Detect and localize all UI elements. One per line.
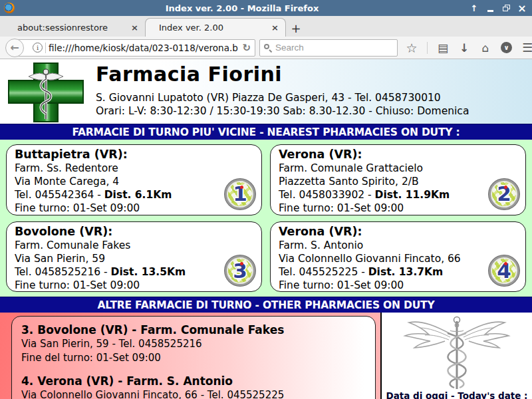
other-pharmacy-entry: 3. Bovolone (VR) - Farm. Comunale Fakes … [21,323,366,365]
other-address-tel: Via Colonnello Giovanni Fincato, 66 - Te… [21,388,366,399]
firefox-icon [4,3,15,13]
browser-window: Index ver. 2.00 - Mozilla Firefox ↑ × ab… [0,0,532,399]
card-tel-dist: Tel. 045542364 - Dist. 6.1Km [15,188,253,201]
card-tel: Tel. 045542364 - [15,189,104,201]
card-city: Verona (VR): [279,147,517,162]
restore-glyph [503,5,510,11]
card-tel-dist: Tel. 0458033902 - Dist. 11.9Km [279,188,517,201]
card-shift-end: Fine turno: 01-Set 09:00 [15,279,253,292]
minimize-bar [487,10,493,12]
pharmacy-card-3: Bovolone (VR): Farm. Comunale Fakes Via … [6,221,262,293]
new-tab-button[interactable]: + [286,19,306,37]
toolbar-separator [427,42,428,54]
tab-index[interactable]: Index ver. 2.00 × [145,18,286,37]
bookmarks-menu-icon[interactable]: ▤ [437,42,449,54]
url-separator [45,43,46,53]
pharmacy-cross-logo [4,62,88,124]
downloads-icon[interactable]: ↓ [458,42,470,54]
card-tel: Tel. 0458033902 - [279,189,375,201]
other-title: 4. Verona (VR) - Farm. S. Antonio [21,374,366,388]
card-shift-end: Fine turno: 01-Set 09:00 [279,279,517,292]
map-number-badge: 3 [225,255,255,286]
green-cross-icon [6,62,86,123]
tab-bar: about:sessionrestore × Index ver. 2.00 ×… [0,16,532,37]
pharmacy-address: S. Giovanni Lupatoto (VR) Piazza De Gasp… [96,91,528,104]
card-address: Via San Pierin, 59 [15,252,253,265]
card-city: Bovolone (VR): [15,224,253,239]
map-marker-dot [504,186,507,189]
pharmacy-hours: Orari: L-V: 8:30-12:30 / 15:30-19:30 Sab… [96,104,528,118]
home-icon[interactable]: ⌂ [479,42,491,54]
card-name: Farm. Comunale Grattacielo [279,162,517,175]
other-pharmacies-card: 3. Bovolone (VR) - Farm. Comunale Fakes … [11,316,376,399]
card-distance: Dist. 13.5Km [111,266,186,278]
shade-window-icon[interactable]: ↑ [469,3,479,13]
banner-nearest: FARMACIE DI TURNO PIU' VICINE - NEAREST … [0,124,532,140]
reload-icon[interactable]: ↻ [241,42,252,54]
card-tel: Tel. 0458525216 - [15,266,111,278]
card-address: Piazzetta Santo Spirito, 2/B [279,175,517,188]
map-marker-dot [504,262,507,265]
tab-session-restore[interactable]: about:sessionrestore × [4,18,145,37]
card-city: Buttapietra (VR): [15,147,253,162]
map-marker-dot [240,262,243,265]
toolbar-icons: ☆ ▤ ↓ ⌂ ∨ ☰ [406,42,532,54]
header-text: Farmacia Fiorini S. Giovanni Lupatoto (V… [88,62,528,124]
title-bar: Index ver. 2.00 - Mozilla Firefox ↑ × [0,0,532,16]
pocket-icon[interactable]: ∨ [501,42,512,53]
other-title: 3. Bovolone (VR) - Farm. Comunale Fakes [21,323,366,337]
hamburger-menu-icon[interactable]: ☰ [521,42,532,54]
pharmacy-card-2: Verona (VR): Farm. Comunale Grattacielo … [270,144,526,215]
nav-toolbar: ← i ↻ ☆ ▤ ↓ ⌂ ∨ ☰ [0,37,532,59]
window-controls: ↑ × [469,3,527,13]
bookmark-star-icon[interactable]: ☆ [406,42,418,54]
tab-label: Index ver. 2.00 [159,23,270,33]
tab-close-icon[interactable]: × [270,23,280,33]
bottom-section: 3. Bovolone (VR) - Farm. Comunale Fakes … [0,313,532,399]
search-bar[interactable] [259,39,398,57]
restore-window-icon[interactable] [501,3,511,13]
map-number-badge: 2 [489,179,519,209]
url-bar[interactable]: i ↻ [17,39,255,57]
card-name: Farm. Comunale Fakes [15,239,253,252]
map-number-badge: 4 [489,255,519,286]
pharmacy-title: Farmacia Fiorini [96,63,528,86]
card-city: Verona (VR): [279,224,517,239]
card-shift-end: Fine turno: 01-Set 09:00 [279,201,517,215]
card-address: Via Colonnello Giovanni Fincato, 66 [279,252,517,265]
map-number-badge: 1 [225,179,255,209]
tab-close-icon[interactable]: × [130,23,140,33]
other-shift-end: Fine del turno: 01-Set 09:00 [21,351,366,365]
card-tel-dist: Tel. 045525225 - Dist. 13.7Km [279,265,517,279]
caduceus-icon [390,315,523,389]
minimize-window-icon[interactable] [485,3,495,13]
page-content: Farmacia Fiorini S. Giovanni Lupatoto (V… [0,59,532,399]
card-tel-dist: Tel. 0458525216 - Dist. 13.5Km [15,265,253,279]
card-shift-end: Fine turno: 01-Set 09:00 [15,201,253,215]
card-name: Farm. Ss. Redentore [15,162,253,175]
pharmacy-card-4: Verona (VR): Farm. S. Antonio Via Colonn… [270,221,526,293]
card-address: Via Monte Carega, 4 [15,175,253,188]
pharmacy-header: Farmacia Fiorini S. Giovanni Lupatoto (V… [0,59,532,124]
back-button[interactable]: ← [5,39,24,57]
card-name: Farm. S. Antonio [279,239,517,252]
url-input[interactable] [49,43,238,53]
window-title: Index ver. 2.00 - Mozilla Firefox [15,3,469,13]
card-distance: Dist. 13.7Km [368,266,444,278]
other-pharmacies-column: 3. Bovolone (VR) - Farm. Comunale Fakes … [0,313,380,399]
nearest-pharmacy-cards: Buttapietra (VR): Farm. Ss. Redentore Vi… [0,140,532,297]
map-marker-dot [240,186,243,189]
pharmacy-card-1: Buttapietra (VR): Farm. Ss. Redentore Vi… [6,144,262,215]
banner-other: ALTRE FARMACIE DI TURNO - OTHER PHARMACI… [0,297,532,313]
other-pharmacy-entry: 4. Verona (VR) - Farm. S. Antonio Via Co… [21,374,366,399]
card-distance: Dist. 11.9Km [375,189,450,201]
close-window-icon[interactable]: × [517,3,527,13]
search-icon [264,44,272,52]
page-info-icon[interactable]: i [33,43,43,53]
search-input[interactable] [275,43,393,53]
today-date-label: Data di oggi - Today's date : [386,390,527,399]
card-distance: Dist. 6.1Km [104,189,172,201]
tab-label: about:sessionrestore [17,23,130,33]
other-address-tel: Via San Pierin, 59 - Tel. 0458525216 [21,337,366,351]
date-column: Data di oggi - Today's date : [380,313,532,399]
